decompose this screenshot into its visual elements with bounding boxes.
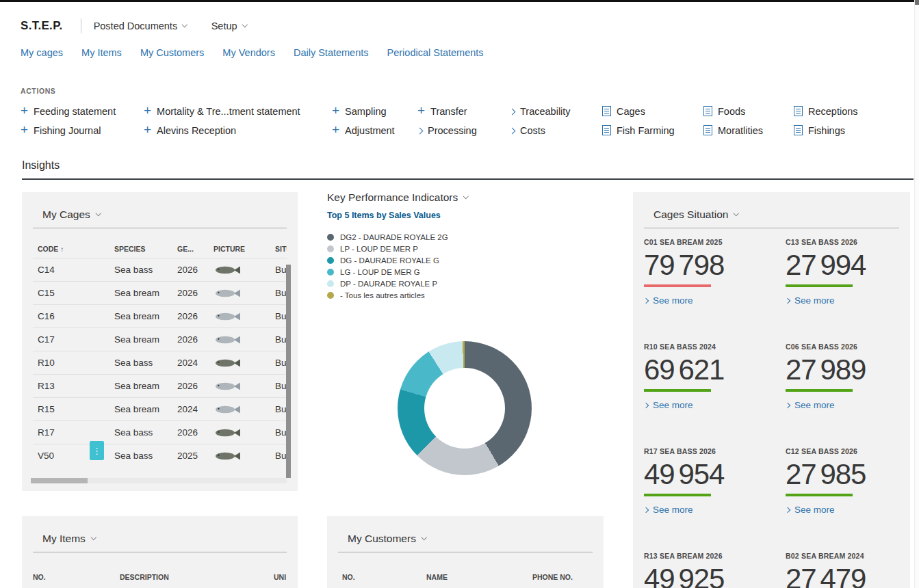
table-row[interactable]: R15 Sea bream 2024 Bu [33, 397, 287, 420]
table-row[interactable]: R17 Sea bass 2026 Bu [33, 420, 287, 444]
action-receptions[interactable]: Receptions [794, 102, 910, 121]
table-row[interactable]: C17 Sea bream 2026 Bu [33, 328, 287, 351]
my-items-card-header[interactable]: My Items [22, 516, 298, 545]
nav-my-items[interactable]: My Items [81, 47, 122, 58]
cage-code-link[interactable]: C14 [33, 265, 109, 275]
action-processing[interactable]: Processing [417, 121, 510, 140]
table-row[interactable]: C15 Sea bream 2026 Bu [33, 281, 287, 304]
action-label: Fishings [808, 125, 845, 136]
see-more-link[interactable]: See more [786, 295, 910, 306]
action-fishings[interactable]: Fishings [794, 121, 910, 140]
row-context-menu-button[interactable]: ⋮ [90, 441, 104, 460]
donut-chart[interactable] [398, 341, 532, 475]
column-header-situation[interactable]: SITU [270, 245, 287, 253]
cage-situation: Bu [270, 265, 287, 275]
cage-code-link[interactable]: C15 [33, 288, 109, 298]
cage-generation: 2026 [172, 381, 209, 391]
see-more-link[interactable]: See more [644, 295, 774, 306]
action-adjustment[interactable]: + Adjustment [332, 121, 417, 140]
cue-tile[interactable]: R17 SEA BASS 2026 49 954 See more [644, 447, 774, 552]
see-more-link[interactable]: See more [644, 400, 774, 410]
nav-my-customers[interactable]: My Customers [140, 47, 204, 58]
cue-tile[interactable]: B02 SEA BREAM 2024 27 479 [786, 552, 910, 588]
chevron-down-icon [96, 211, 101, 216]
action-mortality-treatment-statement[interactable]: + Mortality & Tre...tment statement [144, 102, 332, 121]
action-foods[interactable]: Foods [703, 102, 794, 121]
scrollbar-top-button[interactable] [915, 0, 919, 5]
nav-periodical-statements[interactable]: Periodical Statements [387, 47, 484, 58]
column-header-phone[interactable]: PHONE NO. [532, 573, 593, 581]
cue-tile[interactable]: R13 SEA BREAM 2026 49 925 [644, 552, 774, 588]
nav-daily-statements[interactable]: Daily Statements [294, 47, 369, 58]
kpi-section: Key Performance Indicators Top 5 Items b… [327, 191, 614, 492]
nav-my-cages[interactable]: My cages [21, 47, 63, 58]
action-costs[interactable]: Costs [510, 121, 602, 140]
column-header-code[interactable]: CODE↑ [33, 245, 109, 253]
menu-setup[interactable]: Setup [211, 21, 246, 31]
column-header-name[interactable]: NAME [426, 573, 532, 581]
column-header-species[interactable]: SPECIES [109, 245, 172, 253]
card-title: My Items [42, 533, 86, 545]
action-sampling[interactable]: + Sampling [332, 102, 417, 121]
fish-image [213, 427, 241, 438]
action-moratlities[interactable]: Moratlities [703, 121, 794, 140]
cue-tile[interactable]: C12 SEA BASS 2026 27 985 See more [786, 447, 910, 552]
chevron-down-icon [182, 22, 187, 27]
cage-code-link[interactable]: R10 [33, 358, 109, 368]
table-row[interactable]: C16 Sea bream 2026 Bu [33, 304, 287, 328]
legend-swatch [327, 234, 334, 241]
page-scrollbar[interactable] [914, 0, 919, 588]
see-more-link[interactable]: See more [644, 505, 774, 515]
list-icon [703, 106, 712, 116]
cages-situation-card-header[interactable]: Cages Situation [633, 192, 910, 221]
column-header-picture[interactable]: PICTURE [209, 245, 270, 253]
nav-my-vendors[interactable]: My Vendors [222, 47, 275, 58]
column-header-generation[interactable]: GE... [172, 245, 209, 253]
column-header-no[interactable]: NO. [33, 573, 120, 581]
tile-value: 27 479 [786, 562, 910, 588]
action-label: Fishing Journal [34, 125, 101, 136]
cue-tile[interactable]: C01 SEA BREAM 2025 79 798 See more [644, 238, 774, 343]
action-feeding-statement[interactable]: + Feeding statement [21, 102, 144, 121]
cage-code-link[interactable]: R17 [33, 427, 109, 438]
horizontal-scrollbar-thumb[interactable] [31, 478, 88, 483]
my-cages-card-header[interactable]: My Cages [22, 192, 298, 221]
action-alevins-reception[interactable]: + Alevins Reception [144, 121, 332, 140]
see-more-link[interactable]: See more [786, 505, 910, 515]
kpi-header[interactable]: Key Performance Indicators [327, 191, 614, 204]
cage-code-link[interactable]: C16 [33, 311, 109, 321]
cage-picture-cell [209, 403, 270, 415]
cage-code-link[interactable]: C17 [33, 334, 109, 345]
horizontal-scrollbar[interactable] [31, 478, 287, 483]
column-header-no[interactable]: NO. [342, 573, 426, 581]
vertical-scrollbar-thumb[interactable] [286, 265, 291, 478]
action-transfer[interactable]: + Transfer [417, 102, 510, 121]
cage-code-link[interactable]: R15 [33, 404, 109, 414]
column-header-unit[interactable]: UNI [274, 573, 287, 581]
cage-code-link[interactable]: R13 [33, 381, 109, 391]
see-more-label: See more [653, 295, 693, 306]
cue-tile[interactable]: R10 SEA BASS 2024 69 621 See more [644, 343, 774, 447]
legend-item: DG2 - DAURADE ROYALE 2G [327, 233, 614, 241]
legend-item: LG - LOUP DE MER G [327, 268, 614, 276]
action-traceability[interactable]: Traceability [510, 102, 602, 121]
see-more-link[interactable]: See more [786, 400, 910, 410]
action-fish-farming[interactable]: Fish Farming [602, 121, 703, 140]
table-row-selected[interactable]: V50 ⋮ Sea bass 2025 Bu [33, 444, 287, 467]
trend-bar [644, 389, 711, 392]
cage-situation: Bu [270, 451, 287, 461]
my-customers-card-header[interactable]: My Customers [327, 516, 604, 545]
table-row[interactable]: R13 Sea bream 2026 Bu [33, 374, 287, 397]
action-fishing-journal[interactable]: + Fishing Journal [21, 121, 144, 140]
table-row[interactable]: C14 Sea bass 2026 Bu [33, 258, 287, 281]
cue-tile[interactable]: C06 SEA BASS 2026 27 989 See more [786, 343, 910, 447]
tile-value: 49 925 [644, 562, 774, 588]
tile-label: R17 SEA BASS 2026 [644, 447, 774, 455]
fish-image [213, 334, 241, 345]
cue-tile[interactable]: C13 SEA BASS 2026 27 994 See more [786, 238, 910, 343]
action-cages[interactable]: Cages [602, 102, 703, 121]
cage-code-link[interactable]: V50 [38, 451, 54, 461]
column-header-description[interactable]: DESCRIPTION [120, 573, 274, 581]
table-row[interactable]: R10 Sea bass 2024 Bu [33, 351, 287, 374]
menu-posted-documents[interactable]: Posted Documents [94, 21, 187, 31]
